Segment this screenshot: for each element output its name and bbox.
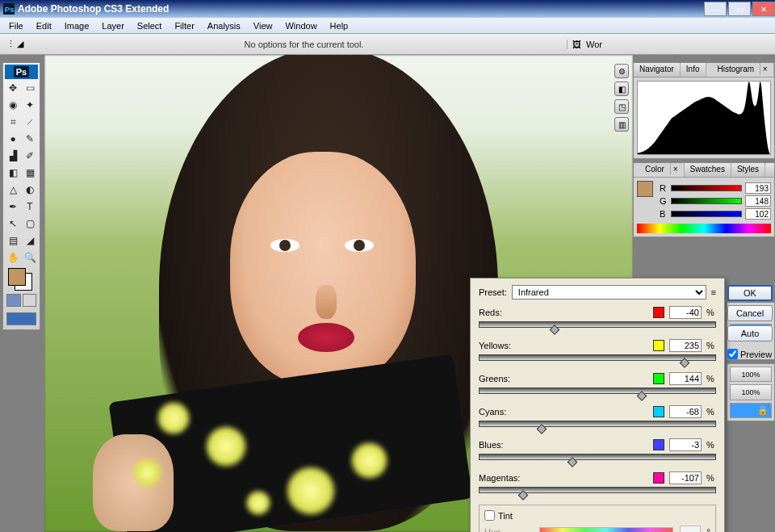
toolbox-logo: Ps: [14, 66, 29, 77]
menu-image[interactable]: Image: [59, 20, 95, 31]
tool-stamp[interactable]: ▟: [5, 148, 21, 164]
collapsed-panel-icon[interactable]: ◧: [614, 82, 629, 96]
color-spectrum[interactable]: [637, 224, 771, 233]
channel-slider[interactable]: [479, 321, 716, 328]
channel-value[interactable]: [669, 339, 702, 352]
tool-lasso[interactable]: ◉: [5, 97, 21, 113]
histogram-chart[interactable]: [637, 81, 771, 155]
collapsed-panel-icon[interactable]: ▥: [614, 117, 629, 132]
menu-edit[interactable]: Edit: [31, 20, 57, 31]
b-slider[interactable]: [671, 211, 742, 217]
channel-value[interactable]: [669, 471, 702, 484]
hue-label: Hue: [484, 527, 533, 532]
preset-select[interactable]: Infrared: [512, 285, 706, 300]
b-value[interactable]: [745, 208, 771, 220]
tool-hand[interactable]: ✋: [5, 249, 21, 266]
menu-analysis[interactable]: Analysis: [202, 20, 246, 31]
tab-info[interactable]: Info: [681, 63, 706, 77]
foreground-color-swatch[interactable]: [8, 268, 26, 286]
toolbox[interactable]: Ps ✥ ▭ ◉ ✦ ⌗ ⟋ ● ✎ ▟ ✐ ◧ ▦ △ ◐ ✒ T ↖ ▢ ▤…: [2, 62, 40, 330]
toolbox-header[interactable]: Ps: [5, 65, 38, 79]
color-panel-swatches[interactable]: [637, 181, 653, 221]
tool-eyedropper[interactable]: ◢: [22, 232, 38, 249]
channel-value[interactable]: [669, 306, 702, 319]
hue-slider[interactable]: [539, 527, 673, 532]
menu-filter[interactable]: Filter: [169, 20, 199, 31]
channel-swatch: [653, 406, 664, 417]
tool-gradient[interactable]: ▦: [22, 165, 38, 181]
active-layer[interactable]: 🔒: [730, 403, 772, 418]
menu-help[interactable]: Help: [325, 20, 354, 31]
tab-color[interactable]: Color ×: [634, 163, 685, 177]
preset-menu-icon[interactable]: ≡: [711, 287, 716, 297]
menu-select[interactable]: Select: [132, 20, 168, 31]
channel-value[interactable]: [669, 372, 702, 385]
channel-slider[interactable]: [479, 354, 716, 361]
hue-value[interactable]: [680, 526, 701, 532]
preview-checkbox[interactable]: Preview: [727, 349, 773, 359]
tool-crop[interactable]: ⌗: [5, 114, 21, 130]
current-tool-icon[interactable]: ◢: [17, 39, 31, 49]
tool-type[interactable]: T: [22, 199, 38, 215]
tool-zoom[interactable]: 🔍: [22, 249, 38, 266]
workspace-switcher[interactable]: 🖼 Wor: [567, 40, 769, 49]
tool-path[interactable]: ↖: [5, 216, 21, 232]
tab-swatches[interactable]: Swatches: [685, 163, 731, 177]
window-titlebar: Ps Adobe Photoshop CS3 Extended — ▭ ✕: [0, 0, 775, 18]
tool-blur[interactable]: △: [5, 182, 21, 198]
tint-checkbox[interactable]: [484, 510, 495, 521]
channel-value[interactable]: [669, 405, 702, 418]
tab-navigator[interactable]: Navigator: [634, 63, 681, 77]
r-value[interactable]: [745, 182, 771, 194]
collapsed-panel-icon[interactable]: ◳: [614, 99, 629, 114]
tool-wand[interactable]: ✦: [22, 97, 38, 113]
tool-dodge[interactable]: ◐: [22, 182, 38, 198]
channel-slider[interactable]: [479, 387, 716, 394]
cancel-button[interactable]: Cancel: [727, 305, 773, 321]
tool-eraser[interactable]: ◧: [5, 165, 21, 181]
tab-histogram[interactable]: Histogram ×: [706, 63, 774, 77]
channel-slider[interactable]: [479, 487, 716, 493]
tool-shape[interactable]: ▢: [22, 216, 38, 232]
menu-layer[interactable]: Layer: [96, 20, 130, 31]
tool-slice[interactable]: ⟋: [22, 114, 38, 130]
collapsed-panel-icon[interactable]: ⚙: [614, 64, 629, 78]
auto-button[interactable]: Auto: [727, 325, 773, 341]
tool-pen[interactable]: ✒: [5, 199, 21, 215]
histogram-panel: Navigator Info Histogram ×: [633, 62, 775, 159]
g-slider[interactable]: [671, 198, 742, 204]
g-value[interactable]: [745, 195, 771, 207]
close-button[interactable]: ✕: [752, 2, 775, 16]
mode-fullscreen-menu[interactable]: [23, 294, 37, 307]
maximize-button[interactable]: ▭: [728, 2, 751, 16]
menu-file[interactable]: File: [3, 20, 29, 31]
channel-swatch: [653, 439, 664, 450]
ok-button[interactable]: OK: [727, 285, 773, 301]
preview-check[interactable]: [727, 349, 738, 359]
color-swatch[interactable]: [5, 268, 38, 291]
tool-notes[interactable]: ▤: [5, 232, 21, 249]
menu-window[interactable]: Window: [279, 20, 322, 31]
fg-swatch[interactable]: [637, 181, 653, 197]
opacity-readout[interactable]: 100%: [730, 367, 772, 382]
channel-slider[interactable]: [479, 421, 716, 427]
black-and-white-dialog[interactable]: OK Cancel Auto Preview Preset: Infrared …: [470, 278, 725, 532]
screen-modes: [5, 291, 38, 309]
tool-marquee[interactable]: ▭: [22, 80, 38, 96]
fill-readout[interactable]: 100%: [730, 384, 772, 400]
mode-standard[interactable]: [6, 294, 21, 307]
menu-view[interactable]: View: [248, 20, 279, 31]
tab-styles[interactable]: Styles: [731, 163, 765, 177]
options-bar: ⋮ ◢ No options for the current tool. 🖼 W…: [0, 34, 775, 55]
tool-move[interactable]: ✥: [5, 80, 21, 96]
channel-value[interactable]: [669, 438, 702, 451]
options-grip-icon[interactable]: ⋮: [6, 39, 15, 49]
minimize-button[interactable]: —: [704, 2, 727, 16]
tool-brush[interactable]: ✎: [22, 131, 38, 147]
tool-history-brush[interactable]: ✐: [22, 148, 38, 164]
quickmask-button[interactable]: [6, 312, 36, 325]
tool-healing[interactable]: ●: [5, 131, 21, 147]
layers-panel-peek-2[interactable]: 100% 100% 🔒: [727, 363, 775, 421]
r-slider[interactable]: [671, 185, 742, 191]
channel-slider[interactable]: [479, 454, 716, 460]
